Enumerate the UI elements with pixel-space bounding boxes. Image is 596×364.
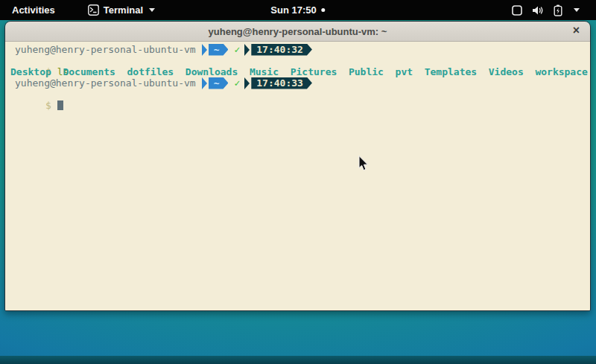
clock-label: Sun 17:50: [270, 4, 316, 16]
powerline-separator-icon: [202, 77, 207, 89]
terminal-window: yuheng@henry-personal-ubuntu-vm: ~ × yuh…: [4, 21, 591, 311]
desktop: { "colors": { "accent-blue": "#2f86d0", …: [0, 0, 596, 364]
prompt-line-1: yuheng@henry-personal-ubuntu-vm ~ ✓ 17:4…: [10, 44, 590, 55]
terminal-content[interactable]: yuheng@henry-personal-ubuntu-vm ~ ✓ 17:4…: [5, 42, 590, 310]
clock-button[interactable]: Sun 17:50: [270, 4, 325, 16]
desktop-bottom-strip: [0, 356, 596, 364]
prompt-path-segment: ~: [209, 44, 229, 56]
prompt-time-segment: 17:40:32: [251, 44, 312, 56]
system-status-menu[interactable]: [509, 2, 583, 19]
prompt-username: yuheng@henry-personal-ubuntu-vm: [15, 77, 196, 89]
command-line-2: $: [10, 89, 590, 100]
prompt-dollar: $: [45, 100, 51, 111]
powerline-separator-icon: [244, 44, 250, 56]
close-icon[interactable]: ×: [573, 25, 580, 36]
window-title: yuheng@henry-personal-ubuntu-vm: ~: [209, 26, 387, 37]
chevron-down-icon: [149, 8, 155, 12]
prompt-username: yuheng@henry-personal-ubuntu-vm: [15, 44, 196, 55]
ls-output-line: Desktop Documents dotfiles Downloads Mus…: [10, 66, 590, 77]
app-menu-label: Terminal: [104, 4, 143, 16]
powerline-separator-icon: [244, 77, 250, 89]
powerline-separator-icon: [202, 44, 207, 56]
screen-icon: [512, 5, 522, 16]
terminal-block-cursor: [57, 100, 63, 110]
activities-button[interactable]: Activities: [7, 2, 60, 18]
command-line-1: $ls: [10, 55, 590, 66]
prompt-time-segment: 17:40:33: [251, 77, 312, 89]
window-titlebar[interactable]: yuheng@henry-personal-ubuntu-vm: ~ ×: [5, 22, 590, 42]
terminal-icon: [88, 4, 99, 16]
prompt-path-segment: ~: [209, 77, 229, 89]
battery-charging-icon: [554, 4, 562, 16]
chevron-down-icon: [574, 8, 580, 12]
prompt-line-2: yuheng@henry-personal-ubuntu-vm ~ ✓ 17:4…: [10, 77, 590, 89]
volume-icon: [532, 5, 544, 16]
success-check-icon: ✓: [234, 77, 240, 89]
app-menu-terminal[interactable]: Terminal: [83, 2, 159, 18]
notification-dot: [322, 8, 326, 12]
gnome-top-bar: Activities Terminal Sun 17:50: [0, 0, 596, 20]
success-check-icon: ✓: [234, 44, 240, 55]
